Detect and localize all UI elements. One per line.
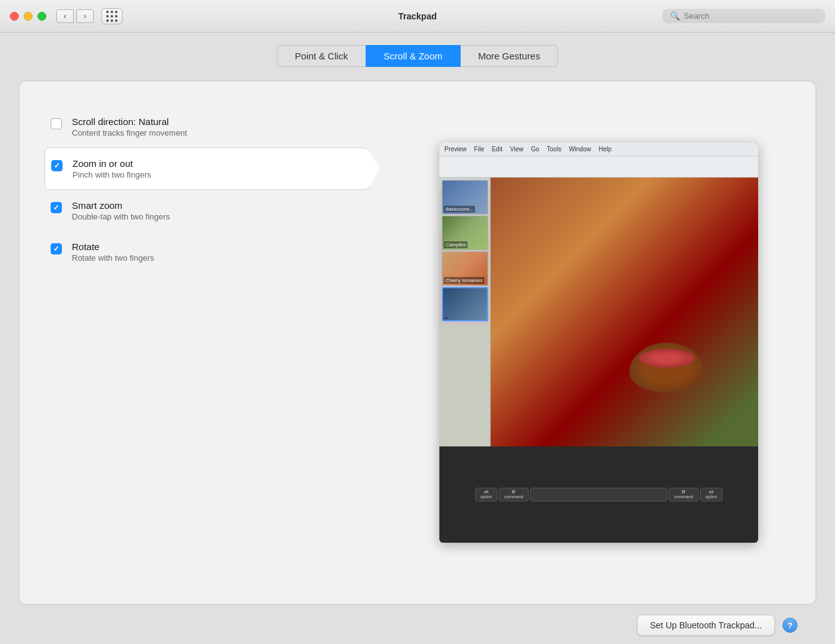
checkbox-scroll-direction[interactable] (51, 118, 62, 129)
setting-rotate[interactable]: Rotate Rotate with two fingers (44, 231, 369, 273)
menu-view: View (510, 146, 524, 153)
menu-window: Window (569, 146, 591, 153)
mac-screen: Preview File Edit View Go Tools Window H… (439, 143, 758, 446)
key-space (530, 488, 668, 501)
main-content: Point & Click Scroll & Zoom More Gesture… (0, 33, 835, 644)
forward-button[interactable]: › (76, 9, 94, 23)
setting-smart-zoom[interactable]: Smart zoom Double-tap with two fingers (44, 190, 369, 231)
setting-zoom[interactable]: Zoom in or out Pinch with two fingers (44, 148, 369, 190)
setting-zoom-title: Zoom in or out (72, 158, 151, 169)
tab-bar: Point & Click Scroll & Zoom More Gesture… (19, 45, 816, 67)
setting-rotate-title: Rotate (72, 241, 154, 252)
checkbox-rotate[interactable] (51, 243, 62, 254)
tab-more-gestures[interactable]: More Gestures (461, 45, 558, 67)
photo-background: Preview File Edit View Go Tools Window H… (439, 143, 758, 446)
grid-view-button[interactable] (101, 8, 122, 24)
maximize-button[interactable] (38, 12, 46, 21)
window-title: Trackpad (398, 11, 436, 21)
tab-scroll-zoom[interactable]: Scroll & Zoom (366, 45, 461, 67)
tab-point-click[interactable]: Point & Click (277, 45, 366, 67)
checkbox-zoom[interactable] (51, 160, 62, 171)
search-bar[interactable]: 🔍 (662, 9, 825, 23)
menu-help: Help (599, 146, 612, 153)
thumb-4-label (444, 318, 448, 319)
close-button[interactable] (10, 12, 19, 21)
food-bowl-graphic (629, 343, 704, 393)
nav-buttons: ‹ › (56, 9, 94, 23)
sidebar-thumb-4 (442, 287, 488, 321)
preview-app-overlay: Preview File Edit View Go Tools Window H… (439, 143, 758, 446)
content-panel: Scroll direction: Natural Content tracks… (19, 81, 816, 605)
menu-go: Go (531, 146, 539, 153)
grid-dots-icon (106, 11, 118, 22)
back-button[interactable]: ‹ (56, 9, 74, 23)
search-input[interactable] (684, 11, 818, 21)
help-button[interactable]: ? (782, 618, 798, 633)
menu-edit: Edit (492, 146, 502, 153)
thumb-1-label: Backcount... (444, 206, 475, 213)
thumb-3-label: Cherry tomatoes (444, 277, 484, 284)
setting-scroll-direction-title: Scroll direction: Natural (72, 116, 187, 127)
key-right-cmd: ⌘ command (669, 488, 699, 501)
keyboard-area: alt option ⌘ command (439, 446, 758, 543)
preview-area: Preview File Edit View Go Tools Window H… (394, 100, 816, 585)
thumb-2-label: Campfire (444, 241, 468, 248)
minimize-button[interactable] (24, 12, 32, 21)
setting-smart-zoom-desc: Double-tap with two fingers (72, 212, 170, 221)
setting-zoom-text: Zoom in or out Pinch with two fingers (72, 158, 151, 179)
key-left-cmd: ⌘ command (499, 488, 529, 501)
setting-rotate-text: Rotate Rotate with two fingers (72, 241, 154, 263)
keyboard-row: alt option ⌘ command (475, 488, 722, 501)
checkbox-smart-zoom[interactable] (51, 202, 62, 213)
window-controls (10, 12, 46, 21)
menu-preview: Preview (444, 146, 467, 153)
setting-smart-zoom-title: Smart zoom (72, 200, 170, 211)
menu-tools: Tools (547, 146, 561, 153)
sidebar-thumb-2: Campfire (442, 216, 488, 250)
bottom-bar: Set Up Bluetooth Trackpad... ? (19, 605, 816, 644)
setup-bluetooth-button[interactable]: Set Up Bluetooth Trackpad... (637, 615, 775, 636)
setting-scroll-direction-desc: Content tracks finger movement (72, 128, 187, 138)
preview-content: Backcount... Campfire Cherry tomatoes (439, 178, 758, 446)
key-right-alt: alt option (700, 488, 722, 501)
sidebar-thumb-3: Cherry tomatoes (442, 251, 488, 286)
setting-scroll-direction-text: Scroll direction: Natural Content tracks… (72, 116, 187, 138)
preview-toolbar (439, 156, 758, 178)
setting-smart-zoom-text: Smart zoom Double-tap with two fingers (72, 200, 170, 221)
titlebar: ‹ › Trackpad 🔍 (0, 0, 835, 33)
setting-rotate-desc: Rotate with two fingers (72, 253, 154, 263)
setting-scroll-direction[interactable]: Scroll direction: Natural Content tracks… (44, 106, 369, 148)
settings-list: Scroll direction: Natural Content tracks… (19, 100, 394, 585)
preview-sidebar: Backcount... Campfire Cherry tomatoes (439, 178, 491, 446)
key-left-alt: alt option (475, 488, 498, 501)
preview-main (491, 178, 758, 446)
preview-menubar: Preview File Edit View Go Tools Window H… (439, 143, 758, 156)
setting-zoom-desc: Pinch with two fingers (72, 170, 151, 179)
search-icon: 🔍 (670, 11, 680, 21)
sidebar-thumb-1: Backcount... (442, 180, 488, 214)
preview-image: Preview File Edit View Go Tools Window H… (439, 143, 758, 543)
menu-file: File (474, 146, 484, 153)
